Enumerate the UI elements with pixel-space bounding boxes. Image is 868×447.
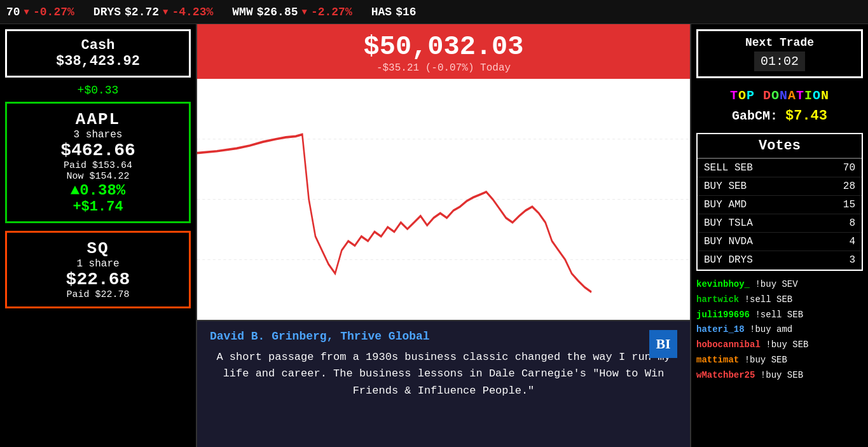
chat-cmd-1: !sell SEB	[745, 294, 793, 305]
votes-header: Votes	[698, 134, 862, 159]
chat-user-0: kevinbhoy_	[696, 279, 750, 289]
chat-cmd-6: !buy SEB	[761, 370, 803, 380]
vote-action-1: BUY SEB	[698, 177, 815, 196]
chat-cmd-4: !buy SEB	[766, 340, 808, 350]
aapl-symbol: AAPL	[13, 110, 183, 129]
ticker-price-2: $26.85	[257, 6, 298, 18]
aapl-total: $462.66	[13, 141, 183, 160]
chat-line-4: hobocannibal !buy SEB	[696, 338, 863, 353]
table-row: BUY TSLA 8	[698, 214, 862, 233]
aapl-pct: ▲0.38%	[13, 182, 183, 199]
votes-table: SELL SEB 70 BUY SEB 28 BUY AMD 15 BUY TS…	[698, 159, 862, 270]
table-row: BUY SEB 28	[698, 177, 862, 196]
chat-user-1: hartwick	[696, 294, 739, 305]
top-donation-label: TOP DONATION	[696, 86, 863, 106]
top-donation-amount: $7.43	[785, 108, 827, 124]
vote-count-4: 4	[815, 233, 862, 251]
chat-user-2: juli199696	[696, 310, 750, 320]
chart-area	[197, 79, 690, 320]
next-trade-label: Next Trade	[703, 36, 856, 49]
aapl-now: Now $154.22	[13, 171, 183, 182]
ticker-price-1: $2.72	[125, 6, 159, 18]
vote-action-4: BUY NVDA	[698, 233, 815, 251]
chat-line-0: kevinbhoy_ !buy SEV	[696, 277, 863, 292]
table-row: BUY AMD 15	[698, 196, 862, 214]
center-panel: $50,032.03 -$35.21 (-0.07%) Today David …	[197, 24, 690, 447]
portfolio-change: -$35.21 (-0.07%) Today	[210, 62, 677, 74]
chat-line-1: hartwick !sell SEB	[696, 292, 863, 308]
chat-line-6: wMatchber25 !buy SEB	[696, 368, 863, 383]
sq-panel: SQ 1 share $22.68 Paid $22.78	[5, 231, 191, 308]
table-row: BUY DRYS 3	[698, 251, 862, 270]
table-row: BUY NVDA 4	[698, 233, 862, 251]
ticker-item-1: DRYS $2.72 ▼ -4.23%	[93, 6, 213, 18]
ticker-bar: 70 ▼ -0.27% DRYS $2.72 ▼ -4.23% WMW $26.…	[0, 0, 868, 24]
vote-action-0: SELL SEB	[698, 159, 815, 177]
news-source: David B. Grinberg, Thrive Global	[210, 330, 677, 343]
chat-line-2: juli199696 !sell SEB	[696, 308, 863, 323]
chat-user-6: wMatchber25	[696, 370, 755, 380]
portfolio-header: $50,032.03 -$35.21 (-0.07%) Today	[197, 24, 690, 79]
table-row: SELL SEB 70	[698, 159, 862, 177]
vote-count-1: 28	[815, 177, 862, 196]
top-donation-donor: GabCM:	[732, 109, 778, 123]
top-donation-value: GabCM: $7.43	[696, 106, 863, 127]
ticker-change-0: -0.27%	[33, 6, 74, 18]
votes-panel: Votes SELL SEB 70 BUY SEB 28 BUY AMD 15 …	[696, 133, 863, 271]
ticker-symbol-2: WMW	[232, 6, 252, 18]
ticker-arrow-0: ▼	[24, 7, 29, 17]
chat-line-3: hateri_18 !buy amd	[696, 322, 863, 338]
aapl-gain: +$1.74	[13, 199, 183, 215]
vote-action-3: BUY TSLA	[698, 214, 815, 233]
vote-action-2: BUY AMD	[698, 196, 815, 214]
cash-amount: $38,423.92	[13, 53, 183, 69]
chat-cmd-5: !buy SEB	[745, 355, 787, 365]
ticker-price-3: $16	[396, 6, 416, 18]
sq-shares: 1 share	[13, 258, 183, 270]
cash-label: Cash	[13, 38, 183, 53]
chat-cmd-3: !buy amd	[750, 324, 792, 334]
vote-count-2: 15	[815, 196, 862, 214]
news-panel: David B. Grinberg, Thrive Global BI A sh…	[197, 320, 690, 447]
chat-cmd-2: !sell SEB	[755, 310, 803, 320]
news-text: A short passage from a 1930s business cl…	[210, 349, 677, 399]
next-trade-panel: Next Trade 01:02	[696, 29, 863, 78]
top-donation-section: TOP DONATION GabCM: $7.43	[696, 86, 863, 127]
chat-user-3: hateri_18	[696, 324, 745, 334]
ticker-symbol-3: HAS	[371, 6, 392, 18]
chat-user-4: hobocannibal	[696, 340, 761, 350]
ticker-item-3: HAS $16	[371, 6, 417, 18]
vote-action-5: BUY DRYS	[698, 251, 815, 270]
sq-paid: Paid $22.78	[13, 289, 183, 300]
news-bi-logo: BI	[649, 330, 677, 358]
ticker-symbol-1: DRYS	[93, 6, 121, 18]
portfolio-value: $50,032.03	[210, 32, 677, 62]
vote-count-5: 3	[815, 251, 862, 270]
ticker-change-1: -4.23%	[172, 6, 213, 18]
aapl-panel: AAPL 3 shares $462.66 Paid $153.64 Now $…	[5, 102, 191, 223]
aapl-shares: 3 shares	[13, 129, 183, 141]
chat-cmd-0: !buy SEV	[755, 279, 797, 289]
ticker-change-2: -2.27%	[311, 6, 352, 18]
cash-change: +$0.33	[78, 84, 119, 97]
ticker-price-0: 70	[6, 6, 20, 18]
vote-count-0: 70	[815, 159, 862, 177]
sq-symbol: SQ	[13, 239, 183, 258]
cash-panel: Cash $38,423.92	[5, 29, 191, 78]
chat-panel: kevinbhoy_ !buy SEV hartwick !sell SEB j…	[691, 275, 868, 447]
left-sidebar: Cash $38,423.92 +$0.33 AAPL 3 shares $46…	[0, 24, 197, 447]
right-sidebar: Next Trade 01:02 TOP DONATION GabCM: $7.…	[690, 24, 868, 447]
aapl-paid: Paid $153.64	[13, 160, 183, 171]
ticker-item-2: WMW $26.85 ▼ -2.27%	[232, 6, 352, 18]
ticker-arrow-2: ▼	[302, 7, 307, 17]
ticker-arrow-1: ▼	[163, 7, 168, 17]
sq-total: $22.68	[13, 270, 183, 289]
chat-user-5: mattimat	[696, 355, 739, 365]
vote-count-3: 8	[815, 214, 862, 233]
ticker-item-0: 70 ▼ -0.27%	[6, 6, 74, 18]
chat-line-5: mattimat !buy SEB	[696, 353, 863, 368]
next-trade-time: 01:02	[754, 52, 805, 71]
